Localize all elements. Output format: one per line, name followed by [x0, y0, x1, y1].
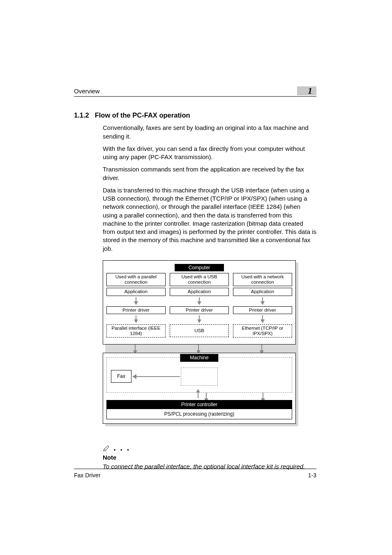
printer-driver-box: Printer driver: [233, 306, 292, 314]
arrow-up-icon: [196, 389, 200, 393]
interface-box: USB: [170, 324, 229, 337]
paragraph: Conventionally, faxes are sent by loadin…: [103, 124, 316, 141]
footer-left: Fax Driver: [74, 472, 101, 479]
column-parallel: Used with a parallel connection Applicat…: [106, 273, 166, 338]
printer-driver-box: Printer driver: [170, 306, 229, 314]
body-text: Conventionally, faxes are sent by loadin…: [103, 124, 316, 253]
application-box: Application: [106, 288, 166, 296]
column-usb: Used with a USB connection Application P…: [170, 273, 229, 338]
column-header: Used with a parallel connection: [106, 273, 166, 286]
paragraph: Data is transferred to this machine thro…: [103, 186, 316, 253]
interface-box: Parallel interface (IEEE 1284): [106, 324, 166, 338]
page-header: Overview 1: [74, 86, 316, 97]
printer-driver-box: Printer driver: [106, 306, 166, 314]
chapter-badge: 1: [297, 86, 316, 95]
arrow-down-icon: [134, 319, 138, 323]
paragraph: With the fax driver, you can send a fax …: [103, 145, 316, 162]
computer-box: Computer Used with a parallel connection…: [103, 260, 296, 345]
section-title: Flow of the PC-FAX operation: [95, 111, 190, 120]
interface-box: Ethernet (TCP/IP or IPX/SPX): [233, 324, 292, 338]
arrow-down-icon: [261, 319, 265, 323]
printer-controller-label: Printer controller: [107, 400, 292, 409]
note-label: Note: [103, 453, 316, 462]
section-heading: 1.1.2 Flow of the PC-FAX operation: [74, 111, 316, 120]
machine-box: Machine Fax: [103, 353, 296, 423]
footer-right: 1-3: [308, 472, 316, 479]
machine-internal-box: [181, 368, 218, 386]
page-footer: Fax Driver 1-3: [74, 469, 316, 479]
rasterizing-label: PS/PCL processing (rasterizing): [107, 409, 292, 419]
arrow-left-icon: [132, 374, 136, 379]
arrow-down-icon: [134, 301, 138, 305]
flow-diagram: Computer Used with a parallel connection…: [103, 260, 316, 424]
note-pencil-icon: [103, 444, 111, 452]
printer-controller-box: Printer controller PS/PCL processing (ra…: [106, 400, 292, 419]
note-block: . . . Note To connect the parallel inter…: [103, 444, 316, 471]
arrow-down-icon: [197, 319, 201, 323]
column-network: Used with a network connection Applicati…: [233, 273, 292, 338]
arrow-down-icon: [197, 301, 201, 305]
breadcrumb: Overview: [74, 87, 100, 95]
computer-label: Computer: [175, 264, 224, 271]
ellipsis-icon: . . .: [113, 446, 130, 450]
machine-label: Machine: [180, 354, 218, 361]
column-header: Used with a network connection: [233, 273, 292, 286]
application-box: Application: [233, 288, 292, 296]
arrow-down-icon: [261, 301, 265, 305]
section-number: 1.1.2: [74, 111, 89, 120]
application-box: Application: [170, 288, 229, 296]
paragraph: Transmission commands sent from the appl…: [103, 165, 316, 182]
column-header: Used with a USB connection: [170, 273, 229, 286]
fax-box: Fax: [111, 370, 131, 382]
